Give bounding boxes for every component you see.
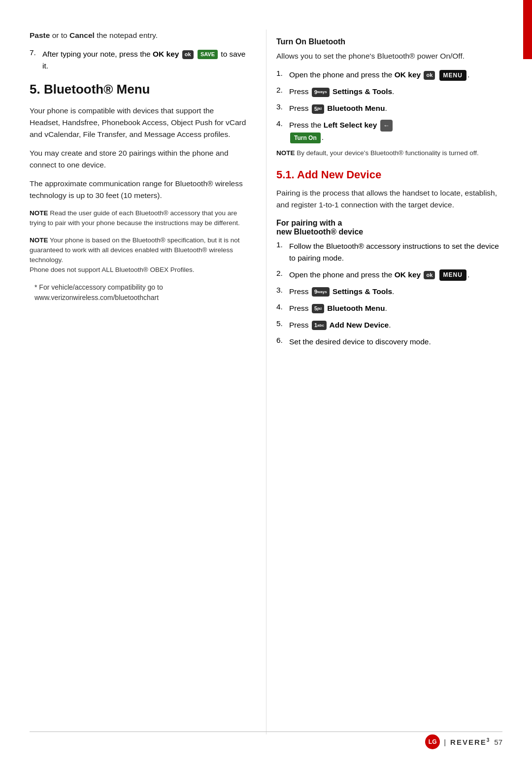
1abc-badge: 1abc xyxy=(312,321,327,330)
left-para3: The approximate communication range for … xyxy=(30,178,246,201)
left-select-key-badge: ← xyxy=(380,120,393,132)
pair-step-3: 3. Press 9ways Settings & Tools. xyxy=(276,286,502,298)
pair-step-1: 1. Follow the Bluetooth® accessory instr… xyxy=(276,240,502,264)
left-para1: Your phone is compatible with devices th… xyxy=(30,105,246,140)
turnon-badge: Turn On xyxy=(290,133,321,144)
ok-badge-2: ok xyxy=(424,271,435,279)
red-tab xyxy=(523,0,532,59)
step-7: 7. After typing your note, press the OK … xyxy=(30,48,246,72)
footer-separator: | xyxy=(444,738,446,746)
section-51-title: 5.1. Add New Device xyxy=(276,168,502,181)
5jkl-badge-2: 5jkl xyxy=(312,304,324,313)
pairing-subtitle: For pairing with a new Bluetooth® device xyxy=(276,219,502,236)
footer: LG | REVERE3 57 xyxy=(425,734,502,749)
lg-logo-icon: LG xyxy=(425,734,440,749)
step-7-content: After typing your note, press the OK key… xyxy=(42,48,246,72)
left-column: Paste or to Cancel the notepad entry. 7.… xyxy=(30,30,246,734)
note-1: NOTE Read the user guide of each Bluetoo… xyxy=(30,208,246,229)
note-2: NOTE Your phone is based on the Bluetoot… xyxy=(30,235,246,275)
pair-step-2-content: Open the phone and press the OK key ok M… xyxy=(289,269,469,281)
turn-step-3-num: 3. xyxy=(276,102,285,114)
9ways-badge: 9ways xyxy=(312,88,330,97)
turn-step-4: 4. Press the Left Select key ← Turn On. xyxy=(276,119,502,143)
footer-logo: LG xyxy=(425,734,440,749)
turn-step-2-content: Press 9ways Settings & Tools. xyxy=(289,86,394,98)
pair-step-3-num: 3. xyxy=(276,286,285,298)
pair-step-2-num: 2. xyxy=(276,269,285,281)
pair-step-5-num: 5. xyxy=(276,319,285,331)
ok-key-badge: ok xyxy=(182,50,194,59)
pair-step-3-content: Press 9ways Settings & Tools. xyxy=(289,286,394,298)
turn-step-2: 2. Press 9ways Settings & Tools. xyxy=(276,86,502,98)
footer-divider xyxy=(30,731,502,732)
paste-bold: Paste xyxy=(30,31,50,39)
footer-page-number: 57 xyxy=(494,738,502,746)
turn-step-1-num: 1. xyxy=(276,69,285,81)
turn-on-note: NOTE By default, your device's Bluetooth… xyxy=(276,148,502,158)
page-content: Paste or to Cancel the notepad entry. 7.… xyxy=(0,0,532,764)
pair-step-6-content: Set the desired device to discovery mode… xyxy=(289,336,431,348)
turn-step-1: 1. Open the phone and press the OK key o… xyxy=(276,69,502,81)
pair-step-2: 2. Open the phone and press the OK key o… xyxy=(276,269,502,281)
ok-badge-1: ok xyxy=(424,71,435,79)
turn-step-2-num: 2. xyxy=(276,86,285,98)
intro-paste-cancel: Paste or to Cancel the notepad entry. xyxy=(30,30,246,41)
turn-on-title: Turn On Bluetooth xyxy=(276,37,502,46)
turn-step-3: 3. Press 5jkl Bluetooth Menu. xyxy=(276,102,502,114)
pair-step-1-num: 1. xyxy=(276,240,285,264)
5jkl-badge: 5jkl xyxy=(312,104,324,114)
pair-step-6-num: 6. xyxy=(276,336,285,348)
right-column: Turn On Bluetooth Allows you to set the … xyxy=(266,30,502,734)
menu-badge-2: MENU xyxy=(439,269,466,281)
left-para2: You may create and store 20 pairings wit… xyxy=(30,147,246,171)
section-5-title: 5. Bluetooth® Menu xyxy=(30,82,246,97)
menu-badge-1: MENU xyxy=(439,70,466,81)
9ways-badge-2: 9ways xyxy=(312,287,330,297)
turn-step-1-content: Open the phone and press the OK key ok M… xyxy=(289,69,469,81)
pair-step-5-content: Press 1abc Add New Device. xyxy=(289,319,391,331)
turn-step-4-num: 4. xyxy=(276,119,285,143)
cancel-bold: Cancel xyxy=(69,31,95,39)
pair-step-4-content: Press 5jkl Bluetooth Menu. xyxy=(289,302,387,314)
turn-step-4-content: Press the Left Select key ← Turn On. xyxy=(289,119,394,143)
asterisk-note: * For vehicle/accessory compatibility go… xyxy=(30,282,246,303)
footer-brand: REVERE3 xyxy=(450,737,490,746)
pair-step-4-num: 4. xyxy=(276,302,285,314)
pair-step-1-content: Follow the Bluetooth® accessory instruct… xyxy=(289,240,502,264)
turn-step-3-content: Press 5jkl Bluetooth Menu. xyxy=(289,102,387,114)
pair-step-4: 4. Press 5jkl Bluetooth Menu. xyxy=(276,302,502,314)
pair-step-6: 6. Set the desired device to discovery m… xyxy=(276,336,502,348)
pair-step-5: 5. Press 1abc Add New Device. xyxy=(276,319,502,331)
turn-on-intro: Allows you to set the phone's Bluetooth®… xyxy=(276,50,502,62)
add-new-intro: Pairing is the process that allows the h… xyxy=(276,187,502,211)
step-7-num: 7. xyxy=(30,48,38,72)
save-badge: SAVE xyxy=(198,50,218,59)
